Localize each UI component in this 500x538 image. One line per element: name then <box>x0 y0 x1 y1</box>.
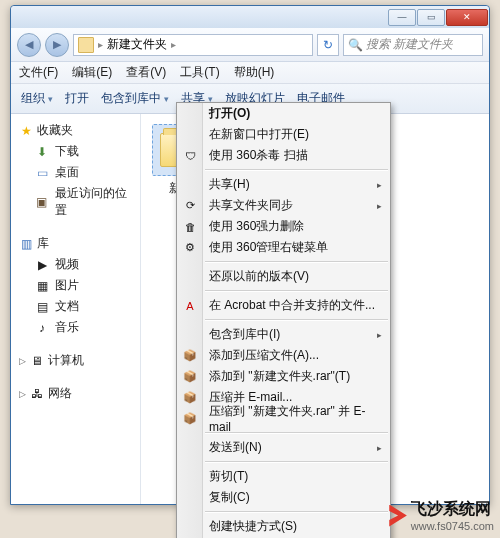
chevron-down-icon: ▾ <box>48 94 53 104</box>
ctx-360-force-delete[interactable]: 🗑使用 360强力删除 <box>177 216 390 237</box>
ctx-open[interactable]: 打开(O) <box>177 103 390 124</box>
menu-tools[interactable]: 工具(T) <box>180 64 219 81</box>
menu-edit[interactable]: 编辑(E) <box>72 64 112 81</box>
gear-icon: ⚙ <box>182 240 198 256</box>
menu-file[interactable]: 文件(F) <box>19 64 58 81</box>
chevron-right-icon: ▷ <box>19 389 26 399</box>
desktop-icon: ▭ <box>35 166 49 180</box>
archive-icon: 📦 <box>182 390 198 406</box>
context-menu: 打开(O) 在新窗口中打开(E) 🛡使用 360杀毒 扫描 共享(H)▸ ⟳共享… <box>176 102 391 538</box>
chevron-right-icon: ▸ <box>171 39 176 50</box>
titlebar: — ▭ ✕ <box>11 6 489 28</box>
ctx-360-manage-menu[interactable]: ⚙使用 360管理右键菜单 <box>177 237 390 258</box>
ctx-create-shortcut[interactable]: 创建快捷方式(S) <box>177 516 390 537</box>
search-icon: 🔍 <box>348 38 363 52</box>
minimize-button[interactable]: — <box>388 9 416 26</box>
document-icon: ▤ <box>35 300 49 314</box>
sidebar-item-music[interactable]: ♪音乐 <box>11 317 140 338</box>
search-input[interactable]: 🔍 搜索 新建文件夹 <box>343 34 483 56</box>
network-icon: 🖧 <box>30 387 44 401</box>
sidebar-item-pictures[interactable]: ▦图片 <box>11 275 140 296</box>
watermark-url: www.fs0745.com <box>411 520 494 532</box>
separator <box>205 511 388 513</box>
navbar: ◀ ▶ ▸ 新建文件夹 ▸ ↻ 🔍 搜索 新建文件夹 <box>11 28 489 62</box>
separator <box>205 169 388 171</box>
toolbar-include-lib[interactable]: 包含到库中▾ <box>101 90 169 107</box>
sidebar-libraries[interactable]: ▥库 <box>11 233 140 254</box>
forward-button[interactable]: ▶ <box>45 33 69 57</box>
library-icon: ▥ <box>19 237 33 251</box>
toolbar-open[interactable]: 打开 <box>65 90 89 107</box>
archive-icon: 📦 <box>182 369 198 385</box>
sidebar-item-desktop[interactable]: ▭桌面 <box>11 162 140 183</box>
ctx-open-new-window[interactable]: 在新窗口中打开(E) <box>177 124 390 145</box>
breadcrumb[interactable]: ▸ 新建文件夹 ▸ <box>73 34 313 56</box>
back-button[interactable]: ◀ <box>17 33 41 57</box>
ctx-add-archive[interactable]: 📦添加到压缩文件(A)... <box>177 345 390 366</box>
ctx-add-archive-named[interactable]: 📦添加到 "新建文件夹.rar"(T) <box>177 366 390 387</box>
breadcrumb-folder[interactable]: 新建文件夹 <box>107 36 167 53</box>
toolbar-organize[interactable]: 组织▾ <box>21 90 53 107</box>
ctx-share-sync[interactable]: ⟳共享文件夹同步▸ <box>177 195 390 216</box>
chevron-down-icon: ▾ <box>164 94 169 104</box>
sync-icon: ⟳ <box>182 198 198 214</box>
recent-icon: ▣ <box>35 195 49 209</box>
sidebar: ★收藏夹 ⬇下载 ▭桌面 ▣最近访问的位置 ▥库 ▶视频 ▦图片 ▤文档 ♪音乐… <box>11 114 141 504</box>
sidebar-computer[interactable]: ▷🖥计算机 <box>11 350 140 371</box>
chevron-right-icon: ▸ <box>377 330 382 340</box>
ctx-include-in-lib[interactable]: 包含到库中(I)▸ <box>177 324 390 345</box>
menu-view[interactable]: 查看(V) <box>126 64 166 81</box>
search-placeholder: 搜索 新建文件夹 <box>366 36 453 53</box>
folder-icon <box>78 37 94 53</box>
sidebar-item-videos[interactable]: ▶视频 <box>11 254 140 275</box>
refresh-button[interactable]: ↻ <box>317 34 339 56</box>
separator <box>205 319 388 321</box>
menu-help[interactable]: 帮助(H) <box>234 64 275 81</box>
acrobat-icon: A <box>182 298 198 314</box>
delete-icon: 🗑 <box>182 219 198 235</box>
ctx-360-scan[interactable]: 🛡使用 360杀毒 扫描 <box>177 145 390 166</box>
archive-icon: 📦 <box>182 348 198 364</box>
chevron-right-icon: ▷ <box>19 356 26 366</box>
sidebar-item-recent[interactable]: ▣最近访问的位置 <box>11 183 140 221</box>
ctx-share[interactable]: 共享(H)▸ <box>177 174 390 195</box>
maximize-button[interactable]: ▭ <box>417 9 445 26</box>
sidebar-favorites[interactable]: ★收藏夹 <box>11 120 140 141</box>
separator <box>205 461 388 463</box>
ctx-copy[interactable]: 复制(C) <box>177 487 390 508</box>
music-icon: ♪ <box>35 321 49 335</box>
ctx-cut[interactable]: 剪切(T) <box>177 466 390 487</box>
sidebar-item-downloads[interactable]: ⬇下载 <box>11 141 140 162</box>
separator <box>205 432 388 434</box>
chevron-right-icon: ▸ <box>98 39 103 50</box>
video-icon: ▶ <box>35 258 49 272</box>
computer-icon: 🖥 <box>30 354 44 368</box>
separator <box>205 290 388 292</box>
star-icon: ★ <box>19 124 33 138</box>
menubar: 文件(F) 编辑(E) 查看(V) 工具(T) 帮助(H) <box>11 62 489 84</box>
chevron-right-icon: ▸ <box>377 443 382 453</box>
ctx-send-to[interactable]: 发送到(N)▸ <box>177 437 390 458</box>
image-icon: ▦ <box>35 279 49 293</box>
chevron-right-icon: ▸ <box>377 180 382 190</box>
sidebar-network[interactable]: ▷🖧网络 <box>11 383 140 404</box>
chevron-right-icon: ▸ <box>377 201 382 211</box>
ctx-prev-versions[interactable]: 还原以前的版本(V) <box>177 266 390 287</box>
archive-icon: 📦 <box>182 411 198 427</box>
close-button[interactable]: ✕ <box>446 9 488 26</box>
separator <box>205 261 388 263</box>
ctx-acrobat-combine[interactable]: A在 Acrobat 中合并支持的文件... <box>177 295 390 316</box>
ctx-compress-named-email[interactable]: 📦压缩到 "新建文件夹.rar" 并 E-mail <box>177 408 390 429</box>
download-icon: ⬇ <box>35 145 49 159</box>
shield-icon: 🛡 <box>182 148 198 164</box>
sidebar-item-documents[interactable]: ▤文档 <box>11 296 140 317</box>
